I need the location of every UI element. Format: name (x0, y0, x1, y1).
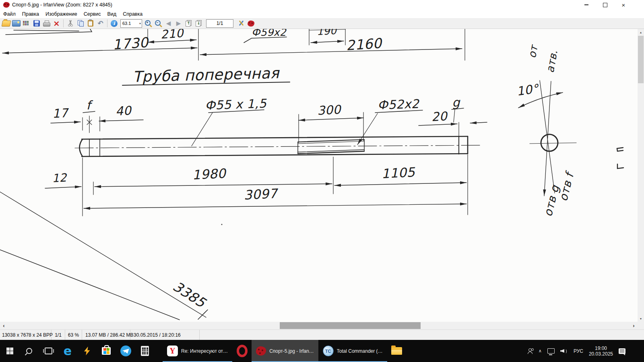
slideshow-button[interactable] (11, 19, 21, 28)
scroll-down-button[interactable]: ▾ (638, 315, 644, 322)
next-image-button[interactable]: ▶ (173, 19, 184, 28)
menu-item-view[interactable]: Вид (104, 10, 120, 18)
horizontal-scrollbar[interactable]: ‹ › (0, 322, 638, 329)
open-button[interactable] (1, 19, 11, 28)
opera-button[interactable] (232, 340, 252, 362)
edge-button[interactable]: e (58, 340, 77, 362)
action-center-icon[interactable] (619, 348, 625, 354)
scroll-down-icon: ▾ (640, 317, 642, 321)
search-button[interactable] (19, 340, 39, 362)
taskbar-irfanview-window[interactable]: Спорт-5.jpg - Irfan… (252, 340, 318, 362)
dim-f52: Ф52х2 (377, 97, 420, 112)
dim-20: 20 (431, 109, 448, 124)
dim-300: 300 (317, 102, 342, 117)
dim-f55: Ф55 x 1,5 (205, 96, 268, 112)
menu-item-edit[interactable]: Правка (19, 10, 42, 18)
minimize-icon (584, 4, 588, 5)
telegram-icon (120, 346, 131, 356)
search-icon (26, 348, 32, 354)
taskbar-totalcmd-window[interactable]: TC Total Commander (… (318, 340, 387, 362)
horizontal-scrollbar-thumb[interactable] (280, 322, 421, 329)
start-button[interactable] (0, 340, 19, 362)
window-controls: × (577, 0, 633, 10)
save-icon (33, 20, 40, 27)
zoom-out-button[interactable]: − (153, 19, 163, 28)
menu-item-options[interactable]: Сервис (80, 10, 104, 18)
screen: Спорт-5.jpg - IrfanView (Zoom: 8227 x 48… (0, 0, 644, 362)
page-down-button[interactable]: ↓ (194, 19, 204, 28)
label-otv-f: отв f (557, 169, 577, 203)
status-empty (200, 330, 644, 340)
delete-button[interactable]: × (52, 19, 62, 28)
previous-image-button[interactable]: ◀ (163, 19, 173, 28)
taskbar-yandex-window[interactable]: Y Re: Интересуют от… (163, 340, 232, 362)
back-arrow-icon: ◀ (166, 21, 171, 27)
cut-icon (67, 20, 74, 27)
vertical-scrollbar[interactable]: ▴ ▾ (638, 29, 644, 322)
menu-item-image[interactable]: Изображение (42, 10, 80, 18)
people-icon[interactable] (528, 348, 533, 354)
zoom-combobox[interactable]: 63.1 ▾ (120, 19, 142, 28)
save-button[interactable] (31, 19, 41, 28)
page-down-icon: ↓ (196, 20, 202, 27)
print-button[interactable] (41, 19, 52, 28)
info-button[interactable]: i (109, 19, 119, 28)
task-view-icon (45, 348, 52, 354)
task-view-button[interactable] (39, 340, 58, 362)
system-tray: ∧ РУС 19:00 20.03.2025 (528, 340, 644, 362)
irfanview-app-icon (3, 2, 10, 8)
winamp-lightning-icon (83, 347, 91, 356)
zoom-out-icon: − (155, 20, 162, 27)
tools-button[interactable] (236, 19, 246, 28)
redeye-button[interactable] (246, 19, 256, 28)
explorer-button[interactable] (387, 340, 407, 362)
dim-1980: 1980 (192, 166, 227, 183)
minimize-button[interactable] (577, 0, 596, 10)
telegram-button[interactable] (116, 340, 135, 362)
taskbar-gap (155, 340, 163, 362)
tray-chevron-icon[interactable]: ∧ (539, 348, 542, 354)
language-indicator[interactable]: РУС (574, 348, 583, 354)
tray-date: 20.03.2025 (589, 351, 613, 357)
menu-item-file[interactable]: Файл (0, 10, 19, 18)
speaker-icon[interactable] (560, 348, 568, 354)
thumbnails-icon (23, 21, 30, 26)
undo-button[interactable]: ↶ (95, 19, 105, 28)
note-otv: атв. (544, 49, 559, 74)
drawing-labels: 1730 210 Ф59х2 190 2160 от атв. 10° отв … (52, 29, 577, 311)
slideshow-icon (12, 20, 21, 27)
paste-icon (88, 20, 93, 27)
drawing-geometry (0, 29, 623, 320)
network-icon[interactable] (547, 348, 555, 354)
close-button[interactable]: × (614, 0, 633, 10)
cut-button[interactable] (65, 19, 75, 28)
thumbnails-button[interactable] (21, 19, 31, 28)
info-icon: i (111, 20, 118, 27)
zoom-value: 63.1 (122, 21, 139, 26)
irfanview-red-icon (248, 21, 254, 27)
winamp-button[interactable] (77, 340, 97, 362)
menu-item-help[interactable]: Справка (120, 10, 146, 18)
irfanview-window-label: Спорт-5.jpg - Irfan… (269, 348, 314, 354)
scroll-right-button[interactable]: › (630, 322, 638, 329)
calculator-button[interactable] (135, 340, 155, 362)
image-canvas[interactable]: 1730 210 Ф59х2 190 2160 от атв. 10° отв … (0, 29, 638, 322)
dim-1105: 1105 (381, 165, 416, 181)
vertical-scrollbar-thumb[interactable] (638, 36, 644, 83)
tools-icon (237, 20, 245, 27)
page-up-button[interactable]: ↑ (184, 19, 194, 28)
maximize-icon (603, 3, 607, 7)
page-number-field[interactable]: 1/1 (206, 19, 233, 28)
maximize-button[interactable] (596, 0, 614, 10)
zoom-in-button[interactable]: + (143, 19, 153, 28)
scroll-left-button[interactable]: ‹ (0, 322, 8, 329)
store-button[interactable] (97, 340, 116, 362)
tray-clock[interactable]: 19:00 20.03.2025 (589, 346, 613, 357)
copy-button[interactable] (75, 19, 85, 28)
scroll-up-icon: ▴ (640, 31, 642, 34)
opera-icon (237, 345, 248, 357)
paste-button[interactable] (85, 19, 95, 28)
window-title: Спорт-5.jpg - IrfanView (Zoom: 8227 x 48… (12, 2, 112, 8)
calculator-icon (141, 346, 149, 356)
scroll-up-button[interactable]: ▴ (638, 29, 644, 35)
